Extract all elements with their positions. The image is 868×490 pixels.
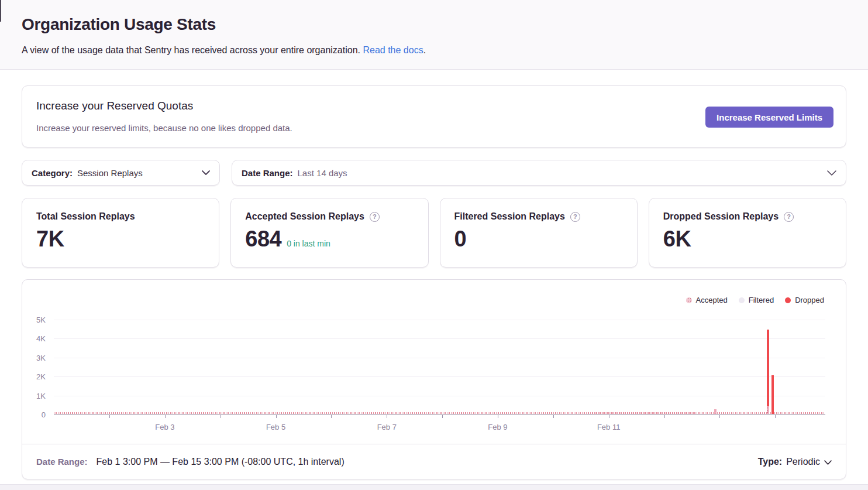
x-axis-tick	[221, 415, 221, 418]
read-the-docs-link[interactable]: Read the docs	[363, 45, 423, 55]
quota-banner-title: Increase your Reserved Quotas	[36, 100, 193, 112]
x-axis-tick-label: Feb 5	[266, 423, 285, 431]
x-axis-tick-label: Feb 11	[597, 423, 621, 431]
gridline	[54, 338, 825, 339]
accepted-baseline-series	[54, 412, 825, 414]
filtered-series-marker-icon	[739, 297, 745, 303]
chart-plot: 01K2K3K4K5KFeb 3Feb 5Feb 7Feb 9Feb 11	[54, 320, 825, 414]
x-axis-tick	[553, 415, 554, 418]
y-axis-tick-label: 2K	[36, 372, 46, 381]
stat-card-value: 7K	[36, 227, 64, 252]
accepted-bar	[767, 406, 769, 414]
chart-type-label: Type:	[758, 457, 782, 467]
x-axis-tick-label: Feb 3	[155, 423, 174, 431]
stat-card-label: Filtered Session Replays	[454, 211, 565, 222]
x-axis-tick	[387, 415, 387, 418]
stat-card-note: 0 in last min	[287, 239, 330, 248]
accepted-series-marker-icon	[686, 297, 692, 303]
increase-reserved-limits-button[interactable]: Increase Reserved Limits	[705, 107, 833, 128]
footer-date-range-label: Date Range:	[36, 457, 88, 467]
category-filter-label: Category:	[32, 168, 73, 178]
usage-chart: Accepted Filtered Dropped 01K2K3K4K5KFeb…	[22, 280, 846, 445]
y-axis-tick-label: 3K	[36, 353, 46, 362]
date-range-filter-label: Date Range:	[242, 168, 293, 178]
chart-type-selector[interactable]: Type: Periodic	[758, 457, 832, 467]
x-axis-tick	[165, 415, 166, 418]
stat-card-label: Accepted Session Replays	[245, 211, 364, 222]
stat-card-value: 6K	[663, 227, 691, 252]
accepted-bar	[714, 409, 717, 414]
stat-card-value: 684	[245, 227, 281, 252]
x-axis-tick	[609, 415, 609, 418]
dropped-bar	[771, 375, 774, 414]
stat-cards-row: Total Session Replays 7K Accepted Sessio…	[22, 198, 846, 268]
legend-label: Dropped	[795, 296, 824, 304]
stat-card-label: Total Session Replays	[36, 211, 135, 222]
chart-footer: Date Range: Feb 1 3:00 PM — Feb 15 3:00 …	[22, 444, 846, 479]
stat-card-dropped: Dropped Session Replays ? 6K	[649, 198, 846, 268]
gridline	[54, 320, 825, 320]
y-axis-tick-label: 1K	[36, 391, 46, 400]
x-axis-tick	[664, 415, 665, 418]
page-subtitle-period: .	[423, 45, 426, 55]
y-axis-tick-label: 4K	[36, 334, 46, 343]
help-icon[interactable]: ?	[784, 212, 794, 222]
dropped-bar	[767, 330, 769, 414]
y-axis-tick-label: 0	[42, 410, 46, 419]
chart-legend: Accepted Filtered Dropped	[686, 296, 824, 304]
x-axis-tick	[276, 415, 277, 418]
chevron-down-icon	[827, 170, 836, 176]
date-range-filter-value: Last 14 days	[298, 168, 347, 178]
date-range-filter-dropdown[interactable]: Date Range: Last 14 days	[232, 160, 846, 186]
stat-card-value: 0	[454, 227, 467, 252]
gridline	[54, 358, 825, 358]
stat-card-accepted: Accepted Session Replays ? 684 0 in last…	[230, 198, 428, 268]
page-subtitle-text: A view of the usage data that Sentry has…	[22, 45, 360, 55]
stat-card-label: Dropped Session Replays	[663, 211, 779, 222]
help-icon[interactable]: ?	[570, 212, 580, 222]
legend-label: Accepted	[696, 296, 728, 304]
gridline	[54, 396, 825, 396]
category-filter-dropdown[interactable]: Category: Session Replays	[22, 160, 220, 186]
quota-banner: Increase your Reserved Quotas Increase y…	[22, 85, 846, 148]
window-edge-artifact	[0, 0, 1, 22]
category-filter-value: Session Replays	[77, 168, 143, 178]
chevron-down-icon	[824, 457, 832, 467]
quota-banner-description: Increase your reserved limits, because n…	[36, 123, 292, 133]
stat-card-filtered: Filtered Session Replays ? 0	[440, 198, 638, 268]
x-axis-tick	[719, 415, 720, 418]
x-axis-tick	[775, 415, 776, 418]
bottom-band	[0, 484, 868, 490]
x-axis-tick-label: Feb 9	[488, 423, 507, 431]
legend-label: Filtered	[749, 296, 774, 304]
page-title: Organization Usage Stats	[22, 15, 216, 34]
page-subtitle: A view of the usage data that Sentry has…	[22, 45, 426, 56]
chart-type-value: Periodic	[786, 457, 820, 467]
help-icon[interactable]: ?	[370, 212, 380, 222]
x-axis-tick	[442, 415, 443, 418]
legend-item-accepted[interactable]: Accepted	[686, 296, 728, 304]
y-axis-tick-label: 5K	[36, 316, 46, 324]
page-header: Organization Usage Stats A view of the u…	[0, 0, 868, 70]
x-axis-tick	[331, 415, 332, 418]
x-axis-tick	[109, 415, 110, 418]
dropped-series-marker-icon	[785, 297, 791, 303]
legend-item-filtered[interactable]: Filtered	[739, 296, 774, 304]
chevron-down-icon	[202, 170, 210, 175]
legend-item-dropped[interactable]: Dropped	[785, 296, 824, 304]
x-axis-tick	[498, 415, 498, 418]
stat-card-total: Total Session Replays 7K	[22, 198, 219, 268]
usage-chart-panel: Accepted Filtered Dropped 01K2K3K4K5KFeb…	[22, 279, 846, 479]
gridline	[54, 376, 825, 377]
x-axis-tick-label: Feb 7	[377, 423, 397, 431]
footer-date-range-value: Feb 1 3:00 PM — Feb 15 3:00 PM (-08:00 U…	[97, 457, 345, 467]
